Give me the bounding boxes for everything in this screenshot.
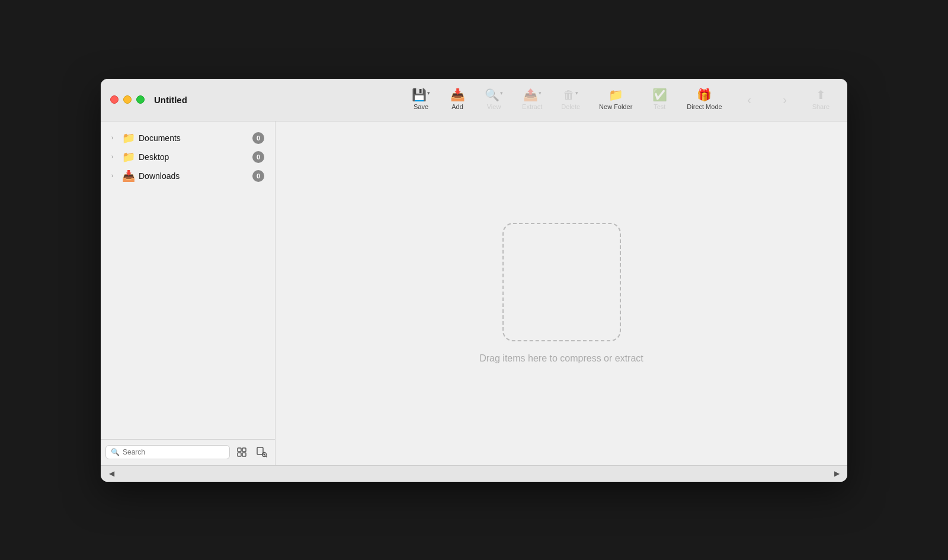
sidebar-item-downloads[interactable]: › 📥 Downloads 0 [104,167,271,185]
window-title: Untitled [154,95,187,105]
documents-badge: 0 [252,132,264,144]
share-icon: ⬆ [816,89,826,101]
downloads-badge: 0 [252,170,264,182]
direct-mode-button[interactable]: 🎁 Direct Mode [678,85,730,114]
add-label: Add [451,103,463,110]
statusbar: ◀ ▶ [101,465,847,482]
view-icon: 🔍 [485,89,499,101]
sidebar-toggle-right-button[interactable]: ▶ [831,468,843,479]
svg-rect-0 [238,448,241,452]
save-button[interactable]: 💾 ▾ Save [403,85,438,114]
chevron-icon: › [111,135,118,141]
view-button[interactable]: 🔍 ▾ View [476,85,511,114]
sidebar-toggle-button[interactable]: ◀ [105,468,117,479]
main-content: › 📁 Documents 0 › 📁 Desktop 0 › 📥 Downlo… [101,121,847,465]
new-folder-button[interactable]: 📁 New Folder [591,85,640,114]
go-forward-button[interactable]: › [768,90,802,109]
search-input[interactable] [123,448,225,456]
sidebar-item-label: Downloads [139,171,249,181]
new-folder-label: New Folder [599,103,632,110]
extract-dropdown-arrow: ▾ [539,90,542,96]
grid-view-button[interactable] [233,444,250,460]
sidebar-item-documents[interactable]: › 📁 Documents 0 [104,129,271,148]
share-label: Share [812,103,830,110]
folder-icon: 📁 [122,151,135,164]
search-icon: 🔍 [111,448,120,456]
preview-button[interactable] [254,444,270,460]
desktop-badge: 0 [252,151,264,163]
delete-label: Delete [561,103,580,110]
fullscreen-button[interactable] [136,95,145,104]
drop-box [502,223,621,341]
test-button[interactable]: ✅ Test [643,85,676,114]
chevron-icon: › [111,153,118,160]
sidebar-list: › 📁 Documents 0 › 📁 Desktop 0 › 📥 Downlo… [101,121,275,439]
svg-rect-3 [242,453,246,456]
save-dropdown-arrow: ▾ [427,90,430,96]
sidebar: › 📁 Documents 0 › 📁 Desktop 0 › 📥 Downlo… [101,121,276,465]
search-box[interactable]: 🔍 [105,445,230,459]
extract-label: Extract [522,103,542,110]
view-label: View [487,103,501,110]
svg-rect-1 [242,448,246,452]
go-back-button[interactable]: ‹ [733,90,766,109]
delete-dropdown-arrow: ▾ [575,90,578,96]
new-folder-icon: 📁 [608,89,623,101]
add-button[interactable]: 📥 Add [441,85,474,114]
sidebar-bottom: 🔍 [101,439,275,465]
sidebar-item-label: Desktop [139,152,249,162]
svg-point-7 [264,454,265,456]
delete-icon: 🗑 [563,89,575,101]
direct-mode-label: Direct Mode [687,103,722,110]
chevron-icon: › [111,172,118,179]
go-forward-icon: › [783,94,787,105]
direct-mode-icon: 🎁 [697,89,712,101]
minimize-button[interactable] [123,95,132,104]
svg-rect-2 [238,453,241,456]
save-icon: 💾 [412,89,427,101]
view-dropdown-arrow: ▾ [500,90,503,96]
extract-button[interactable]: 📤 ▾ Extract [514,85,550,114]
extract-icon: 📤 [523,89,538,101]
add-icon: 📥 [450,89,465,101]
drop-zone-area: Drag items here to compress or extract [276,121,847,465]
test-label: Test [654,103,665,110]
svg-line-6 [266,456,267,457]
folder-icon: 📥 [122,169,135,183]
test-icon: ✅ [652,89,667,101]
go-back-icon: ‹ [747,94,751,105]
app-window: Untitled 💾 ▾ Save 📥 Add 🔍 ▾ [101,79,847,482]
sidebar-item-desktop[interactable]: › 📁 Desktop 0 [104,148,271,167]
sidebar-item-label: Documents [139,133,249,143]
traffic-lights [110,95,145,104]
titlebar: Untitled 💾 ▾ Save 📥 Add 🔍 ▾ [101,79,847,121]
toolbar: 💾 ▾ Save 📥 Add 🔍 ▾ View 📤 [403,85,838,114]
folder-icon: 📁 [122,132,135,145]
save-label: Save [414,103,428,110]
drop-text: Drag items here to compress or extract [479,353,643,364]
share-button[interactable]: ⬆ Share [804,85,838,114]
delete-button[interactable]: 🗑 ▾ Delete [553,85,588,114]
close-button[interactable] [110,95,118,104]
